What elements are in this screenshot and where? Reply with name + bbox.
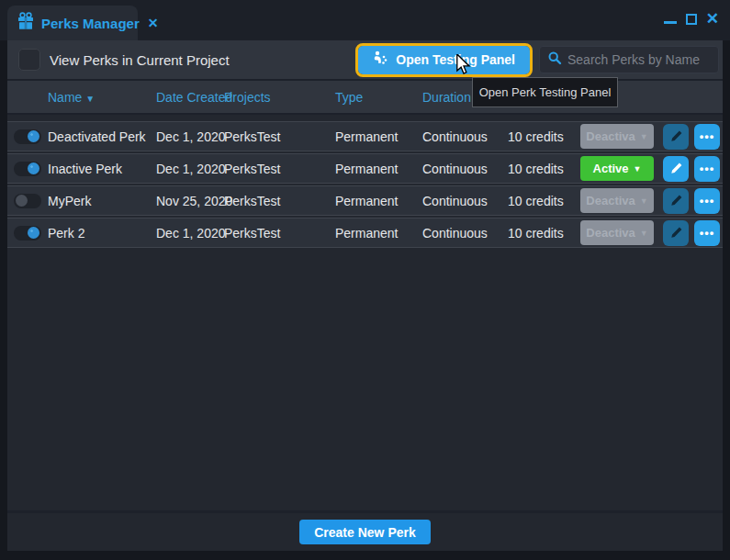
- more-options-button[interactable]: •••: [694, 124, 720, 150]
- open-testing-panel-label: Open Testing Panel: [396, 52, 515, 67]
- perk-date: Dec 1, 2020: [156, 129, 224, 144]
- perk-cost: 10 credits: [508, 162, 580, 176]
- status-dropdown[interactable]: Active▼: [580, 156, 654, 181]
- create-new-perk-button[interactable]: Create New Perk: [299, 520, 431, 544]
- perk-enabled-toggle[interactable]: [14, 129, 41, 144]
- chevron-down-icon: ▼: [634, 164, 642, 174]
- testing-dummy-icon: [373, 50, 388, 69]
- perk-cost: 10 credits: [508, 194, 580, 208]
- perks-manager-window: Perks Manager ✕ ✕ View Perks in Current …: [0, 0, 730, 560]
- view-perks-checkbox[interactable]: [18, 49, 40, 71]
- gift-icon: [17, 12, 35, 34]
- tab-title: Perks Manager: [41, 16, 140, 31]
- perk-name: Deactivated Perk: [48, 129, 156, 144]
- edit-perk-button[interactable]: [663, 156, 689, 182]
- perk-name: Inactive Perk: [48, 162, 156, 176]
- edit-perk-button[interactable]: [663, 188, 689, 214]
- table-row: Inactive Perk Dec 1, 2020 PerksTest Perm…: [7, 153, 723, 184]
- search-icon: [547, 50, 562, 69]
- main-content: View Perks in Current Project Open Te: [7, 40, 723, 551]
- more-options-button[interactable]: •••: [694, 188, 720, 214]
- perk-duration: Continuous: [422, 162, 508, 176]
- perk-enabled-toggle[interactable]: [14, 162, 41, 176]
- perk-type: Permanent: [335, 162, 422, 176]
- perk-project: PerksTest: [224, 162, 335, 176]
- minimize-icon[interactable]: [664, 21, 677, 24]
- tab-close-icon[interactable]: ✕: [148, 16, 159, 30]
- window-controls: ✕: [664, 11, 719, 27]
- tooltip: Open Perk Testing Panel: [472, 77, 618, 107]
- sort-desc-icon: ▼: [85, 94, 95, 104]
- perk-name: MyPerk: [48, 194, 156, 208]
- maximize-icon[interactable]: [686, 14, 697, 25]
- perk-project: PerksTest: [224, 226, 335, 241]
- perk-cost: 10 credits: [508, 129, 580, 144]
- window-close-icon[interactable]: ✕: [706, 11, 719, 27]
- search-input[interactable]: [567, 52, 711, 67]
- perk-date: Dec 1, 2020: [156, 226, 224, 241]
- perks-list: Deactivated Perk Dec 1, 2020 PerksTest P…: [7, 113, 723, 510]
- perk-type: Permanent: [335, 226, 422, 241]
- header-name[interactable]: Name▼: [48, 90, 156, 105]
- edit-perk-button[interactable]: [663, 220, 689, 246]
- perk-duration: Continuous: [422, 194, 508, 208]
- more-options-button[interactable]: •••: [694, 220, 720, 246]
- toolbar: View Perks in Current Project Open Te: [7, 40, 723, 79]
- header-date-created[interactable]: Date Created: [156, 90, 224, 105]
- status-dropdown[interactable]: Deactiva▼: [580, 124, 654, 149]
- perk-project: PerksTest: [224, 129, 335, 144]
- tab-perks-manager[interactable]: Perks Manager ✕: [7, 6, 138, 40]
- header-type[interactable]: Type: [335, 90, 422, 105]
- perk-duration: Continuous: [422, 129, 508, 144]
- perk-project: PerksTest: [224, 194, 335, 208]
- search-box[interactable]: [539, 46, 719, 73]
- perk-name: Perk 2: [48, 226, 156, 241]
- perk-date: Dec 1, 2020: [156, 162, 224, 176]
- perk-cost: 10 credits: [508, 226, 580, 241]
- header-projects[interactable]: Projects: [224, 90, 335, 105]
- perk-duration: Continuous: [422, 226, 508, 241]
- footer: Create New Perk: [7, 510, 723, 551]
- chevron-down-icon: ▼: [640, 196, 648, 206]
- chevron-down-icon: ▼: [640, 132, 648, 141]
- open-testing-panel-button[interactable]: Open Testing Panel: [358, 46, 530, 74]
- view-perks-label: View Perks in Current Project: [50, 52, 230, 68]
- perk-type: Permanent: [335, 129, 422, 144]
- tab-bar: Perks Manager ✕ ✕: [0, 0, 730, 40]
- edit-perk-button[interactable]: [663, 124, 689, 150]
- perk-enabled-toggle[interactable]: [14, 194, 41, 208]
- perk-type: Permanent: [335, 194, 422, 208]
- chevron-down-icon: ▼: [640, 229, 648, 238]
- table-row: Deactivated Perk Dec 1, 2020 PerksTest P…: [7, 121, 723, 151]
- perk-date: Nov 25, 2020: [156, 194, 224, 208]
- table-row: MyPerk Nov 25, 2020 PerksTest Permanent …: [7, 185, 723, 216]
- status-dropdown[interactable]: Deactiva▼: [580, 220, 654, 245]
- perk-enabled-toggle[interactable]: [14, 226, 41, 241]
- status-dropdown[interactable]: Deactiva▼: [580, 188, 654, 213]
- more-options-button[interactable]: •••: [694, 156, 720, 182]
- table-row: Perk 2 Dec 1, 2020 PerksTest Permanent C…: [7, 218, 723, 248]
